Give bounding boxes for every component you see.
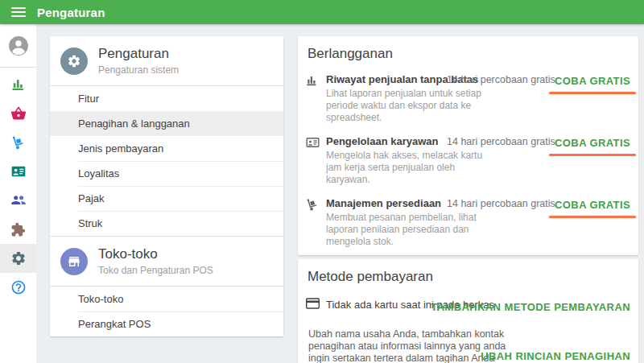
- nav-item-fitur[interactable]: Fitur: [50, 86, 283, 111]
- subscription-item-sales-history: Riwayat penjualan tanpa batas Lihat lapo…: [298, 72, 638, 124]
- sidebar-item-items[interactable]: [0, 99, 36, 128]
- content-area: Pengaturan Pengaturan sistem Fitur Penag…: [36, 24, 644, 363]
- help-icon: [10, 279, 27, 295]
- trial-period-text: 14 hari percobaan gratis: [447, 74, 555, 85]
- billing-details-row: Ubah nama usaha Anda, tambahkan kontak p…: [298, 328, 638, 363]
- nav-section-stores: Toko-toko Toko dan Pengaturan POS: [50, 237, 283, 286]
- no-card-row: Tidak ada kartu saat ini pada berkas TAM…: [298, 296, 638, 311]
- rail-divider: [0, 67, 36, 68]
- icon-rail: [0, 24, 36, 363]
- subscriptions-card: Berlangganan Riwayat penjualan tanpa bat…: [298, 36, 638, 255]
- sidebar-item-employees[interactable]: [0, 157, 36, 186]
- nav-item-pajak[interactable]: Pajak: [50, 186, 283, 211]
- people-icon: [10, 192, 27, 208]
- page-title: Pengaturan: [37, 6, 105, 19]
- employee-card-icon: [305, 134, 326, 186]
- contact-card-icon: [10, 163, 27, 179]
- nav-section-subtitle: Toko dan Pengaturan POS: [98, 265, 213, 276]
- hand-truck-icon: [305, 196, 326, 248]
- store-circle-icon: [60, 248, 88, 275]
- nav-item-penagihan-langganan[interactable]: Penagihan & langganan: [50, 111, 283, 136]
- subscription-description: Membuat pesanan pembelian, lihat laporan…: [326, 212, 491, 248]
- subscriptions-heading: Berlangganan: [298, 36, 638, 62]
- gear-icon: [10, 250, 27, 266]
- subscription-description: Lihat laporan penjualan untuk setiap per…: [326, 88, 491, 124]
- sidebar-item-inventory[interactable]: [0, 128, 36, 157]
- nav-section-subtitle: Pengaturan sistem: [98, 64, 179, 76]
- trial-period-text: 14 hari percobaan gratis: [447, 198, 555, 209]
- subscription-item-inventory-management: Manajemen persediaan Membuat pesanan pem…: [298, 196, 638, 248]
- nav-item-loyalitas[interactable]: Loyalitas: [50, 161, 283, 186]
- sidebar-item-settings[interactable]: [0, 244, 36, 273]
- nav-item-toko-toko[interactable]: Toko-toko: [50, 287, 283, 311]
- subscription-description: Mengelola hak akses, melacak kartu jam k…: [326, 150, 491, 186]
- nav-item-perangkat-pos[interactable]: Perangkat POS: [50, 311, 283, 336]
- try-free-button[interactable]: COBA GRATIS: [555, 73, 630, 94]
- bar-chart-icon: [305, 72, 326, 124]
- gear-circle-icon: [60, 47, 88, 75]
- add-payment-method-button[interactable]: TAMBAHKAN METODE PEMBAYARAN: [431, 299, 630, 314]
- payment-method-card: Metode pembayaran Tidak ada kartu saat i…: [298, 259, 638, 363]
- nav-item-struk[interactable]: Struk: [50, 211, 283, 236]
- bar-chart-icon: [10, 76, 27, 93]
- subscription-item-employee-management: Pengelolaan karyawan Mengelola hak akses…: [298, 134, 638, 186]
- hand-truck-icon: [10, 134, 27, 151]
- trial-period-text: 14 hari percobaan gratis: [447, 136, 555, 147]
- sidebar-item-apps[interactable]: [0, 215, 36, 244]
- account-icon: [8, 35, 29, 56]
- puzzle-icon: [10, 222, 26, 237]
- shopping-basket-icon: [10, 105, 27, 122]
- nav-section-system: Pengaturan Pengaturan sistem: [50, 36, 283, 85]
- account-avatar[interactable]: [0, 31, 36, 60]
- nav-item-jenis-pembayaran[interactable]: Jenis pembayaran: [50, 136, 283, 161]
- sidebar-item-help[interactable]: [0, 273, 36, 302]
- nav-section-title: Toko-toko: [98, 246, 213, 262]
- sidebar-item-reports[interactable]: [0, 70, 36, 99]
- settings-nav-card: Pengaturan Pengaturan sistem Fitur Penag…: [50, 36, 283, 336]
- try-free-button[interactable]: COBA GRATIS: [555, 135, 630, 156]
- orange-underline: [549, 92, 636, 94]
- edit-billing-details-button[interactable]: UBAH RINCIAN PENAGIHAN: [481, 349, 630, 363]
- try-free-button[interactable]: COBA GRATIS: [555, 197, 630, 218]
- nav-section-title: Pengaturan: [98, 46, 179, 62]
- app-bar: Pengaturan: [0, 0, 644, 24]
- sidebar-item-customers[interactable]: [0, 186, 36, 215]
- billing-panel: Berlangganan Riwayat penjualan tanpa bat…: [298, 36, 638, 363]
- credit-card-icon: [305, 296, 326, 310]
- menu-icon[interactable]: [11, 7, 26, 17]
- payment-heading: Metode pembayaran: [298, 259, 638, 285]
- orange-underline: [549, 216, 636, 218]
- orange-underline: [549, 154, 636, 156]
